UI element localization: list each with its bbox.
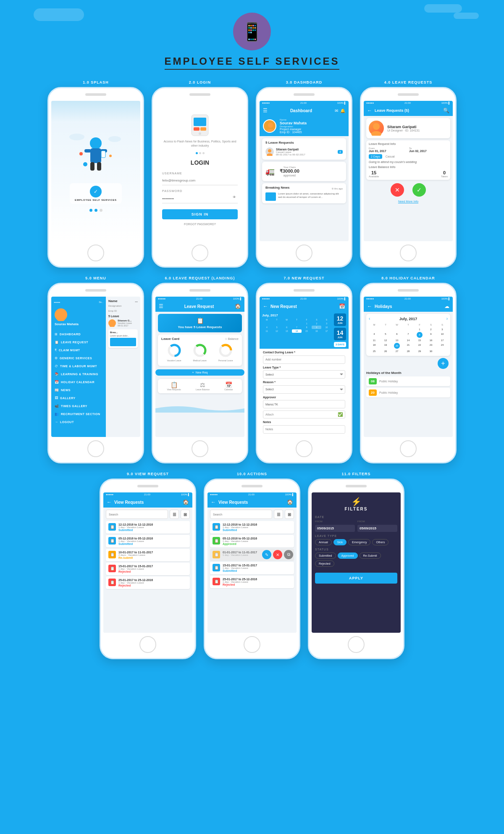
hol-calendar-grid: M T W T F S S 1 bbox=[369, 323, 448, 353]
nav-calendar[interactable]: 📅 Calendar bbox=[224, 381, 233, 391]
svg-point-26 bbox=[110, 325, 115, 327]
menu-item-leave[interactable]: 📋LEAVE REQUEST bbox=[51, 338, 106, 346]
menu-leave-date: 08-01-2017 bbox=[118, 324, 132, 327]
vr-grid-icon[interactable]: ⊞ bbox=[181, 510, 190, 519]
claim-info: Your Claim ₹3000.00 approved bbox=[278, 164, 301, 179]
flt-tag-sick[interactable]: Sick bbox=[333, 539, 346, 545]
lrl-leave-card: Leave Card ☆ Balance Vacation Leave bbox=[158, 334, 242, 366]
new-request-content: ●●●●● 21:00 100% ▌ ← New Request 📅 July,… bbox=[260, 297, 349, 437]
lr-more-info-link[interactable]: Need More Info bbox=[364, 200, 453, 203]
flt-status-rejected[interactable]: Rejected bbox=[315, 560, 334, 567]
actions-filter-icon[interactable]: ☰ bbox=[274, 510, 283, 519]
vr-item-status-4: Rejected bbox=[118, 570, 187, 573]
svg-point-9 bbox=[79, 152, 83, 155]
attachment-icon[interactable]: ✅ bbox=[338, 412, 343, 417]
lrl-new-request-button[interactable]: + New Req bbox=[155, 369, 244, 376]
nav-leave-balance[interactable]: ⚖ Leave Balance bbox=[196, 381, 210, 391]
new-req-label: New Req bbox=[196, 371, 208, 374]
flt-to-input[interactable] bbox=[357, 525, 397, 532]
login-username-input[interactable] bbox=[162, 176, 238, 185]
leave-type-select[interactable]: Select bbox=[263, 370, 345, 379]
filters-phone-wrapper: 11.0 FILTERS ⚡ FILTERS DATE FROM bbox=[308, 472, 404, 659]
flt-from-col: FROM bbox=[315, 520, 355, 532]
lr-approve-button[interactable]: ✓ bbox=[412, 183, 426, 197]
vr-back-icon[interactable]: ← bbox=[107, 499, 112, 505]
flt-apply-button[interactable]: APPLY bbox=[315, 573, 397, 584]
menu-item-holiday[interactable]: 📅HOLIDAY CALENDAR bbox=[51, 378, 106, 386]
actions-item-5: 📋 25-01-2017 to 25-12-2016 1 day - Vacat… bbox=[210, 576, 294, 588]
hol-add-button[interactable]: + bbox=[438, 358, 449, 369]
lrl-title: Leave Request bbox=[184, 304, 214, 309]
menu-item-news[interactable]: 📰NEWS bbox=[51, 386, 106, 394]
vr-item-info-2: 05-12-2016 to 05-12-2016 1 day - Vacatio… bbox=[118, 537, 187, 545]
action-copy-button[interactable]: ⧉ bbox=[284, 550, 293, 559]
lrl-hamburger-icon[interactable]: ☰ bbox=[159, 303, 163, 309]
flt-tag-others[interactable]: Others bbox=[372, 539, 388, 545]
menu-item-logout[interactable]: →LOGOUT bbox=[51, 418, 106, 426]
sign-in-button[interactable]: SIGN IN bbox=[162, 209, 238, 219]
nr-date-badge-1: 12 JUN bbox=[334, 313, 346, 326]
nav-view-requests[interactable]: 📋 View Requests bbox=[167, 381, 181, 391]
lr-search-icon[interactable]: 🔍 bbox=[443, 108, 449, 113]
menu-item-learning[interactable]: 📚LEARNING & TRAINING bbox=[51, 370, 106, 378]
flt-leave-type-label: LEAVE TYPE bbox=[315, 534, 397, 537]
notification-icon[interactable]: 🔔 bbox=[340, 108, 345, 113]
view-requests-screen: ●●●●● 21:00 100% ▌ ← View Requests 🏠 ☰ bbox=[103, 492, 192, 633]
lr-reject-button[interactable]: ✕ bbox=[391, 183, 404, 197]
approver-input[interactable] bbox=[263, 400, 345, 408]
menu-item-claim[interactable]: ₹CLAIM MGMT bbox=[51, 346, 106, 354]
vr-home-icon[interactable]: 🏠 bbox=[183, 499, 189, 505]
flt-status-approved[interactable]: Approved bbox=[338, 552, 358, 559]
hol-next-month-button[interactable]: › bbox=[446, 316, 448, 321]
action-edit-button[interactable]: ✎ bbox=[262, 550, 271, 559]
contact-input[interactable] bbox=[263, 355, 345, 364]
lr-person-name: Sitaram Garipati bbox=[387, 125, 420, 129]
nr-dow-s2: S bbox=[322, 318, 331, 321]
flt-status-resubmit[interactable]: Re-Submit bbox=[360, 552, 381, 559]
flt-tag-annual[interactable]: Annual bbox=[315, 539, 332, 545]
lr-person-role: UI Designer · ID: 104131 bbox=[387, 129, 420, 132]
forgot-password-link[interactable]: FORGOT PASSWORD? bbox=[184, 223, 216, 226]
menu-item-time[interactable]: ⏱TIME & LABOUR MGMT bbox=[51, 362, 106, 370]
splash-phone: ✓ EMPLOYEE SELF SERVICES bbox=[47, 87, 144, 268]
menu-item-times[interactable]: 📹TIMES GALLERY bbox=[51, 402, 106, 410]
menu-item-generic[interactable]: ⚙GENERIC SERVICES bbox=[51, 354, 106, 362]
lr-person-details: Sitaram Garipati UI Designer · ID: 10413… bbox=[387, 125, 420, 132]
actions-grid-icon[interactable]: ⊞ bbox=[285, 510, 294, 519]
login-password-input[interactable] bbox=[162, 194, 238, 203]
nr-calendar-icon[interactable]: 📅 bbox=[339, 303, 345, 309]
gallery-nav-icon: 🖼 bbox=[55, 396, 58, 400]
leave-item: Sitaram Garipati Casual Leave 08-01-2017… bbox=[265, 146, 343, 157]
actions-back-icon[interactable]: ← bbox=[211, 499, 216, 505]
nr-back-icon[interactable]: ← bbox=[263, 303, 268, 309]
vacation-leave-chart: Vacation Leave bbox=[167, 343, 181, 362]
actions-search-input[interactable] bbox=[210, 510, 272, 519]
reason-select[interactable]: Select bbox=[263, 385, 345, 394]
notes-input[interactable] bbox=[263, 425, 345, 434]
vr-search-input[interactable] bbox=[106, 510, 168, 519]
password-toggle-icon[interactable]: 👁 bbox=[233, 195, 236, 199]
nr-dow-t1: T bbox=[272, 318, 282, 321]
vr-filter-icon[interactable]: ☰ bbox=[170, 510, 179, 519]
dashboard-nav-icon: ⊞ bbox=[55, 332, 58, 336]
mail-icon[interactable]: ✉ bbox=[335, 108, 338, 113]
flt-from-input[interactable] bbox=[315, 525, 355, 532]
dashboard-phone-wrapper: 3.0 DASHBOARD ●●●●● 21:00 100% ▌ ☰ Dashb… bbox=[256, 80, 352, 268]
lr-header: ← Leave Requests (5) 🔍 bbox=[364, 105, 453, 116]
action-delete-button[interactable]: ✕ bbox=[273, 550, 282, 559]
lrl-home-icon[interactable]: 🏠 bbox=[235, 303, 241, 309]
leave-person-name: Sitaram Garipati bbox=[276, 148, 336, 151]
flt-tag-emergency[interactable]: Emergency bbox=[348, 539, 370, 545]
hol-back-icon[interactable]: ← bbox=[367, 303, 372, 309]
hol-prev-month-button[interactable]: ‹ bbox=[369, 316, 370, 321]
claim-nav-icon: ₹ bbox=[55, 348, 57, 352]
svg-rect-8 bbox=[101, 151, 105, 158]
actions-home-icon[interactable]: 🏠 bbox=[287, 499, 293, 505]
menu-item-dashboard[interactable]: ⊞DASHBOARD bbox=[51, 330, 106, 338]
flt-status-submitted[interactable]: Submitted bbox=[315, 552, 336, 559]
hamburger-icon[interactable]: ☰ bbox=[263, 108, 268, 113]
lr-back-icon[interactable]: ← bbox=[367, 108, 372, 113]
vr-item-info-1: 12-12-2016 to 12-12-2016 1 day - Vacatio… bbox=[118, 523, 187, 531]
menu-item-gallery[interactable]: 🖼GALLERY bbox=[51, 394, 106, 402]
menu-item-recruitment[interactable]: 👥RECRUITMENT SECTION bbox=[51, 410, 106, 418]
